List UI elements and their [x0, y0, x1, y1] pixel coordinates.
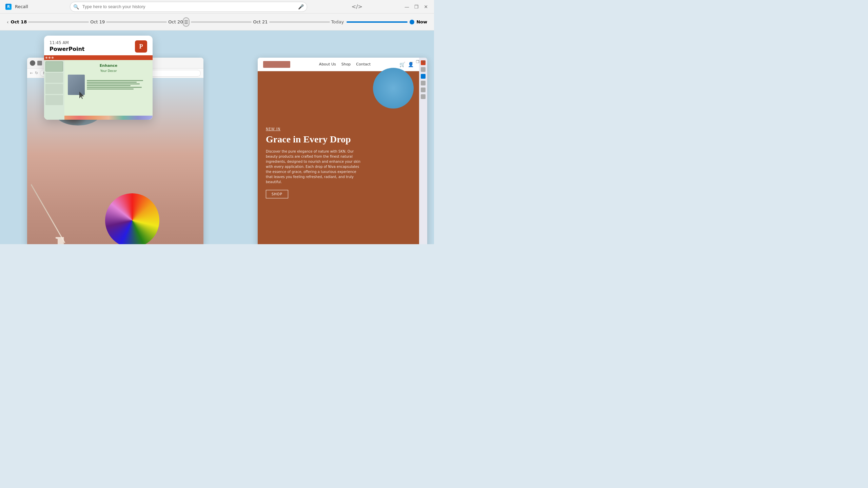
tooltip-app-name: PowerPoint	[50, 46, 84, 52]
tooltip-preview[interactable]: Enhance Your Decor	[44, 55, 153, 120]
blue-circle-decoration	[373, 68, 414, 109]
sidebar-icon-4[interactable]	[421, 81, 426, 85]
ppt-slide-content	[68, 75, 149, 95]
ppt-slide-subtitle: Your Decor	[68, 69, 149, 73]
ppt-thumb-4[interactable]	[45, 95, 63, 105]
sidebar-icon-6[interactable]	[421, 94, 426, 99]
timeline-track-1	[28, 21, 89, 23]
timeline-track-today	[347, 21, 408, 23]
ppt-image-placeholder	[68, 75, 85, 95]
minimize-button[interactable]: —	[404, 4, 410, 9]
timeline-now-label[interactable]: Now	[416, 19, 427, 24]
cart-icon[interactable]: 🛒	[399, 62, 405, 67]
timeline-date-oct19[interactable]: Oct 19	[90, 19, 105, 24]
timeline-track-3	[191, 21, 252, 23]
timeline-now-dot	[410, 20, 414, 24]
timeline-track-2	[106, 21, 167, 23]
product-site-window: — ❐ ✕ About Us Shop Contact 🛒 👤	[258, 58, 427, 244]
window-controls: — ❐ ✕	[410, 60, 425, 64]
ppt-line-1	[87, 80, 143, 81]
browser-avatar-icon	[30, 60, 35, 66]
powerpoint-icon: P	[135, 40, 147, 53]
timeline-track-4	[269, 21, 330, 23]
ppt-dot-3	[52, 57, 54, 59]
timeline-date-oct21[interactable]: Oct 21	[253, 19, 268, 24]
mic-icon[interactable]: 🎤	[298, 4, 304, 9]
ppt-line-2	[87, 82, 137, 83]
product-main: About Us Shop Contact 🛒 👤 NEW IN Grace i…	[258, 58, 419, 244]
close-button[interactable]: ✕	[423, 4, 429, 9]
tooltip-popup: 11:45 AM PowerPoint P	[44, 36, 153, 120]
ppt-line-4	[87, 85, 131, 86]
main-content: Wellness Glance ✕ ← ↻ https://wellnessgl…	[0, 31, 434, 244]
product-sidebar	[419, 58, 427, 244]
ppt-thumb-2[interactable]	[45, 73, 63, 83]
nav-about[interactable]: About Us	[319, 62, 336, 66]
maximize-button[interactable]: ❐	[414, 4, 419, 9]
product-logo	[263, 61, 290, 68]
ppt-slide-title: Enhance	[68, 63, 149, 68]
titlebar: R Recall 🔍 🎤 </> — ❐ ✕	[0, 0, 434, 14]
ppt-line-6	[87, 89, 134, 90]
timeline-scrubber[interactable]	[183, 17, 190, 27]
tooltip-time: 11:45 AM	[50, 40, 84, 45]
ppt-slide-area: Enhance Your Decor	[44, 60, 153, 120]
timeline-back-button[interactable]: ‹	[7, 19, 9, 25]
ppt-color-bar	[64, 116, 153, 120]
product-headline: Grace in Every Drop	[266, 134, 411, 145]
product-shop-button[interactable]: SHOP	[266, 190, 288, 198]
timeline-bar: ‹ Oct 18 Oct 19 Oct 20 Oct 21 Today Now	[0, 14, 434, 31]
tooltip-header: 11:45 AM PowerPoint P	[44, 36, 153, 55]
refresh-button[interactable]: ↻	[35, 71, 38, 75]
product-new-in: NEW IN	[266, 127, 411, 131]
ppt-dot-1	[45, 57, 47, 59]
sidebar-icon-5[interactable]	[421, 87, 426, 92]
app-title: Recall	[15, 4, 28, 9]
nav-shop[interactable]: Shop	[341, 62, 351, 66]
product-nav-links: About Us Shop Contact	[319, 62, 371, 66]
search-icon: 🔍	[73, 4, 79, 9]
win-close[interactable]: ✕	[422, 60, 425, 64]
titlebar-controls: — ❐ ✕	[404, 4, 429, 9]
win-restore[interactable]: ❐	[416, 60, 419, 64]
tooltip-app-info: 11:45 AM PowerPoint	[50, 40, 84, 52]
glance-text: glance	[34, 231, 146, 244]
product-description: Discover the pure elegance of nature wit…	[266, 149, 361, 184]
scrubber-handle[interactable]	[183, 17, 190, 27]
app-icon: R	[5, 4, 12, 10]
ppt-main-slide: Enhance Your Decor	[64, 60, 153, 120]
code-icon[interactable]: </>	[352, 3, 362, 10]
ppt-preview: Enhance Your Decor	[44, 55, 153, 120]
timeline-date-oct18[interactable]: Oct 18	[11, 19, 27, 24]
search-input[interactable]	[70, 2, 307, 12]
ppt-line-3	[87, 83, 140, 84]
product-hero: NEW IN Grace in Every Drop Discover the …	[258, 71, 419, 244]
ppt-text-lines	[87, 75, 149, 95]
ppt-thumb-1[interactable]	[45, 61, 63, 72]
ppt-thumb-3[interactable]	[45, 84, 63, 94]
sidebar-icon-3[interactable]	[421, 74, 426, 79]
back-button[interactable]: ←	[30, 71, 33, 75]
ppt-dot-2	[48, 57, 51, 59]
sidebar-icon-2[interactable]	[421, 67, 426, 72]
win-minimize[interactable]: —	[410, 60, 413, 64]
ppt-toolbar	[44, 55, 153, 60]
search-bar: 🔍 🎤	[70, 2, 307, 12]
ppt-left-panel	[44, 60, 64, 120]
nav-contact[interactable]: Contact	[356, 62, 371, 66]
timeline-date-oct20[interactable]: Oct 20	[168, 19, 183, 24]
ppt-line-5	[87, 87, 142, 88]
browser-tab-icon	[37, 61, 42, 65]
timeline-today-label[interactable]: Today	[331, 19, 344, 24]
